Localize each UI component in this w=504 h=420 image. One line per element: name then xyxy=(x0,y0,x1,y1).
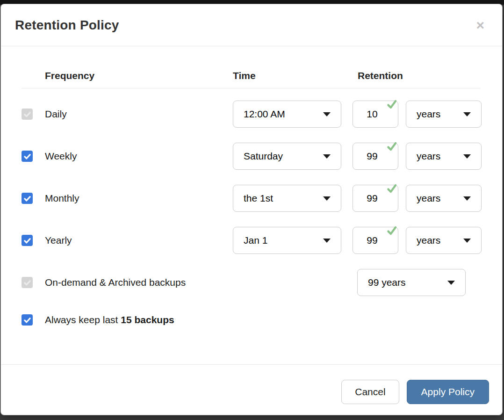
always-keep-checkbox[interactable] xyxy=(22,314,33,326)
dialog-footer: Cancel Apply Policy xyxy=(1,364,502,415)
weekly-retention-input[interactable] xyxy=(353,143,398,170)
apply-policy-button[interactable]: Apply Policy xyxy=(407,380,489,404)
chevron-down-icon xyxy=(323,196,331,201)
chevron-down-icon xyxy=(447,281,455,285)
chevron-down-icon xyxy=(323,239,331,243)
yearly-checkbox[interactable] xyxy=(22,235,33,246)
monthly-unit-value: years xyxy=(417,193,440,204)
always-keep-label-prefix: Always keep last xyxy=(45,314,121,325)
column-header-row: Frequency Time Retention xyxy=(22,46,481,88)
column-header-frequency: Frequency xyxy=(45,70,94,81)
frequency-row-monthly: Monthly the 1st years xyxy=(22,177,502,219)
dialog-title: Retention Policy xyxy=(15,18,119,33)
daily-retention-input[interactable] xyxy=(353,101,398,128)
ondemand-checkbox xyxy=(22,277,33,288)
frequency-row-yearly: Yearly Jan 1 years xyxy=(22,219,502,261)
retention-policy-dialog: Retention Policy × Frequency Time Retent… xyxy=(0,4,503,415)
chevron-down-icon xyxy=(463,196,471,201)
dialog-header: Retention Policy × xyxy=(1,4,502,46)
weekly-unit-value: years xyxy=(417,151,440,162)
close-icon[interactable]: × xyxy=(476,18,484,32)
weekly-day-value: Saturday xyxy=(244,151,283,162)
frequency-row-weekly: Weekly Saturday years xyxy=(22,135,502,177)
always-keep-label: Always keep last 15 backups xyxy=(45,314,174,325)
chevron-down-icon xyxy=(463,112,471,116)
monthly-day-value: the 1st xyxy=(244,193,273,204)
daily-unit-select[interactable]: years xyxy=(406,101,482,128)
always-keep-label-bold: 15 backups xyxy=(121,314,174,325)
monthly-checkbox[interactable] xyxy=(22,193,33,204)
chevron-down-icon xyxy=(463,239,471,243)
monthly-retention-input[interactable] xyxy=(353,185,398,212)
dialog-body: Frequency Time Retention Daily 12:00 AM xyxy=(1,46,502,364)
column-header-retention: Retention xyxy=(353,70,403,81)
daily-label: Daily xyxy=(45,109,67,119)
yearly-date-select[interactable]: Jan 1 xyxy=(233,227,341,254)
weekly-label: Weekly xyxy=(45,151,77,161)
yearly-date-value: Jan 1 xyxy=(244,235,267,246)
weekly-unit-select[interactable]: years xyxy=(406,143,482,170)
yearly-label: Yearly xyxy=(45,235,72,246)
yearly-unit-value: years xyxy=(417,235,440,246)
weekly-checkbox[interactable] xyxy=(22,151,33,162)
yearly-retention-input[interactable] xyxy=(353,227,398,254)
monthly-unit-select[interactable]: years xyxy=(406,185,482,212)
daily-unit-value: years xyxy=(417,109,440,120)
monthly-day-select[interactable]: the 1st xyxy=(233,185,341,212)
column-header-time: Time xyxy=(233,70,256,81)
frequency-row-daily: Daily 12:00 AM years xyxy=(22,93,502,135)
ondemand-row: On-demand & Archived backups 99 years xyxy=(22,261,502,304)
chevron-down-icon xyxy=(323,112,331,116)
daily-time-select[interactable]: 12:00 AM xyxy=(233,101,341,128)
cancel-button[interactable]: Cancel xyxy=(341,380,399,404)
daily-time-value: 12:00 AM xyxy=(244,109,285,120)
chevron-down-icon xyxy=(323,154,331,159)
daily-checkbox xyxy=(22,109,33,120)
weekly-day-select[interactable]: Saturday xyxy=(233,143,341,170)
ondemand-label: On-demand & Archived backups xyxy=(45,277,186,288)
chevron-down-icon xyxy=(463,154,471,159)
ondemand-retention-value: 99 years xyxy=(368,277,406,288)
always-keep-row: Always keep last 15 backups xyxy=(22,304,502,336)
ondemand-retention-select[interactable]: 99 years xyxy=(357,269,466,296)
monthly-label: Monthly xyxy=(45,193,79,203)
yearly-unit-select[interactable]: years xyxy=(406,227,482,254)
